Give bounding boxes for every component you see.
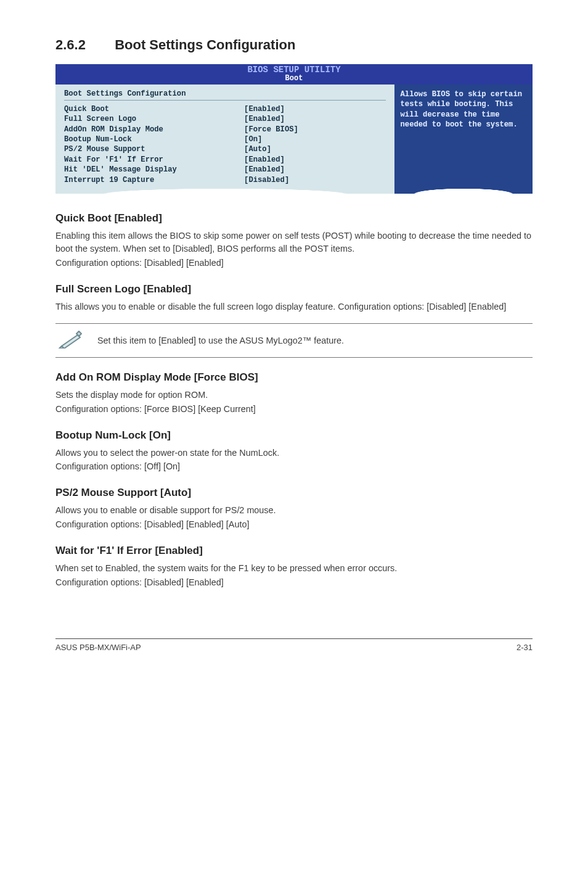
bios-settings-panel: Boot Settings Configuration Quick Boot[E…	[55, 85, 394, 194]
body-paragraph: Configuration options: [Disabled] [Enabl…	[55, 576, 533, 589]
body-paragraph: This allows you to enable or disable the…	[55, 300, 533, 313]
bios-setting-value: [Enabled]	[244, 165, 285, 175]
bios-row: Full Screen Logo[Enabled]	[64, 114, 386, 124]
subsection-heading: Bootup Num-Lock [On]	[55, 429, 533, 442]
bios-setting-label: Hit 'DEL' Message Display	[64, 165, 244, 175]
bios-setting-value: [Auto]	[244, 144, 271, 154]
bios-header-tab: Boot	[55, 75, 533, 83]
bios-row: Hit 'DEL' Message Display[Enabled]	[64, 165, 386, 175]
bios-setting-value: [Enabled]	[244, 104, 285, 114]
body-paragraph: Allows you to enable or disable support …	[55, 504, 533, 517]
bios-setting-value: [On]	[244, 134, 262, 144]
bios-setting-label: AddOn ROM Display Mode	[64, 125, 244, 134]
body-paragraph: Allows you to select the power-on state …	[55, 447, 533, 460]
bios-row: Bootup Num-Lock[On]	[64, 134, 386, 144]
bios-setting-label: Interrupt 19 Capture	[64, 175, 244, 185]
bios-setting-value: [Force BIOS]	[244, 125, 298, 134]
section-number: 2.6.2	[55, 37, 111, 53]
bios-row: Wait For 'F1' If Error[Enabled]	[64, 155, 386, 165]
bios-body: Boot Settings Configuration Quick Boot[E…	[55, 84, 533, 194]
bios-panel-title: Boot Settings Configuration	[64, 89, 386, 98]
bios-row: AddOn ROM Display Mode[Force BIOS]	[64, 125, 386, 134]
bios-setting-value: [Enabled]	[244, 114, 285, 124]
bios-row: Interrupt 19 Capture[Disabled]	[64, 175, 386, 185]
footer-left: ASUS P5B-MX/WiFi-AP	[55, 643, 141, 652]
bios-setting-label: Bootup Num-Lock	[64, 134, 244, 144]
bios-screenshot: BIOS SETUP UTILITY Boot Boot Settings Co…	[55, 64, 533, 194]
body-paragraph: Enabling this item allows the BIOS to sk…	[55, 229, 533, 255]
bios-divider	[64, 100, 386, 101]
bios-setting-label: Quick Boot	[64, 104, 244, 114]
note-text: Set this item to [Enabled] to use the AS…	[97, 336, 344, 345]
bios-setting-value: [Disabled]	[244, 175, 289, 185]
note-block: Set this item to [Enabled] to use the AS…	[55, 323, 533, 358]
note-row: Set this item to [Enabled] to use the AS…	[55, 324, 533, 357]
section-title-text: Boot Settings Configuration	[115, 37, 295, 52]
body-paragraph: Configuration options: [Off] [On]	[55, 460, 533, 473]
subsection-heading: Wait for 'F1' If Error [Enabled]	[55, 545, 533, 557]
bios-row: Quick Boot[Enabled]	[64, 104, 386, 114]
subsection-heading: Quick Boot [Enabled]	[55, 212, 533, 225]
page-footer: ASUS P5B-MX/WiFi-AP 2-31	[55, 638, 533, 652]
note-rule-bottom	[55, 357, 533, 358]
bios-setting-label: Full Screen Logo	[64, 114, 244, 124]
bios-row: PS/2 Mouse Support[Auto]	[64, 144, 386, 154]
bios-header-title: BIOS SETUP UTILITY	[247, 65, 340, 75]
pencil-icon	[58, 330, 84, 351]
footer-right: 2-31	[517, 643, 533, 652]
body-paragraph: Sets the display mode for option ROM.	[55, 389, 533, 402]
subsection-heading: PS/2 Mouse Support [Auto]	[55, 487, 533, 499]
bios-header: BIOS SETUP UTILITY Boot	[55, 64, 533, 84]
subsection-heading: Full Screen Logo [Enabled]	[55, 283, 533, 295]
bios-setting-label: Wait For 'F1' If Error	[64, 155, 244, 165]
body-paragraph: Configuration options: [Disabled] [Enabl…	[55, 257, 533, 270]
bios-help-panel: Allows BIOS to skip certain tests while …	[394, 85, 533, 194]
bios-help-text: Allows BIOS to skip certain tests while …	[401, 90, 522, 129]
section-heading: 2.6.2 Boot Settings Configuration	[55, 37, 533, 53]
subsection-heading: Add On ROM Display Mode [Force BIOS]	[55, 371, 533, 384]
bios-setting-value: [Enabled]	[244, 155, 285, 165]
body-paragraph: Configuration options: [Disabled] [Enabl…	[55, 518, 533, 531]
body-paragraph: When set to Enabled, the system waits fo…	[55, 562, 533, 575]
bios-setting-label: PS/2 Mouse Support	[64, 144, 244, 154]
body-paragraph: Configuration options: [Force BIOS] [Kee…	[55, 403, 533, 416]
